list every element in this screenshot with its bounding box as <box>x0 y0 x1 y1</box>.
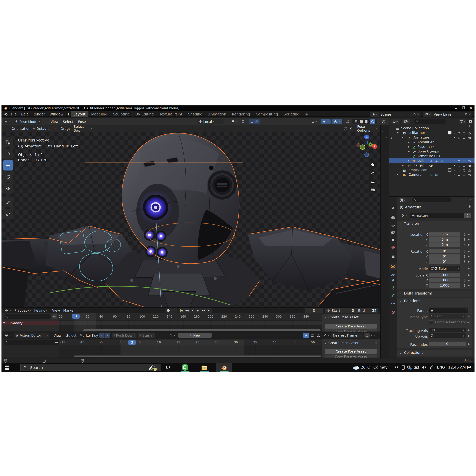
pan-icon[interactable] <box>369 170 377 177</box>
delta-transform-panel[interactable]: › Delta Transform <box>397 291 473 297</box>
gizmo-axis-neg[interactable] <box>360 144 365 150</box>
jump-end-button[interactable]: ▶| <box>206 308 212 313</box>
unlink-scene-icon[interactable]: ✕ <box>417 113 419 116</box>
transform-value-field[interactable]: 0° <box>429 249 460 254</box>
select-box-tool[interactable] <box>3 137 13 147</box>
pen-icon[interactable] <box>429 365 434 370</box>
camera-toggle[interactable] <box>468 136 471 140</box>
properties-tab[interactable] <box>389 300 397 306</box>
object-name-field[interactable]: Armature <box>410 213 464 218</box>
lock-icon[interactable] <box>463 254 466 258</box>
file-explorer-icon[interactable] <box>201 365 207 370</box>
animate-dot[interactable] <box>468 280 470 281</box>
gizmo-axis-y[interactable]: Y <box>369 142 373 147</box>
outliner-filter-button[interactable]: ∨ <box>459 119 466 124</box>
editor-type-button[interactable]: ∨ <box>3 119 12 124</box>
mode-selector[interactable]: Pose Mode∨ <box>13 119 41 124</box>
current-frame-badge[interactable]: 3 <box>72 314 80 319</box>
tweak-select-button[interactable] <box>303 333 309 338</box>
animate-dot[interactable] <box>468 239 470 240</box>
cursor-tool[interactable] <box>3 149 13 159</box>
eye-toggle[interactable] <box>458 168 461 172</box>
play-reverse-button[interactable]: ◀ <box>190 308 195 313</box>
grid-view-icon[interactable] <box>369 186 377 194</box>
transform-value-field[interactable]: 0 m <box>429 232 460 237</box>
animate-dot[interactable] <box>468 268 470 270</box>
pointer-toggle[interactable] <box>453 173 456 177</box>
phone-link-icon[interactable] <box>401 365 405 370</box>
timeline-menu-keying[interactable]: Keying ∨ <box>34 308 47 313</box>
dopesheet-menu-key[interactable]: Key <box>92 333 98 338</box>
camera-toggle[interactable] <box>468 131 471 135</box>
properties-context-menu[interactable]: ∨ <box>399 197 407 202</box>
lock-icon[interactable] <box>463 273 466 277</box>
workspace-tab-texture-paint[interactable]: Texture Paint <box>157 111 185 117</box>
workspace-tab-layout[interactable]: Layout <box>71 111 88 117</box>
outliner-search-input[interactable] <box>414 119 446 124</box>
parent-field[interactable] <box>429 307 468 313</box>
lock-icon[interactable] <box>463 242 466 247</box>
camera-toggle[interactable] <box>468 173 471 177</box>
action-center-icon[interactable] <box>466 365 471 370</box>
new-action-button[interactable]: ＋New <box>178 333 212 338</box>
proportional-edit-button[interactable] <box>241 119 247 124</box>
timeline-menu-playback[interactable]: Playback ∨ <box>15 308 31 313</box>
lock-icon[interactable] <box>463 283 466 287</box>
collapse-icon[interactable]: ∨ <box>400 300 401 303</box>
eye-toggle[interactable] <box>458 131 461 135</box>
move-channel-down-button[interactable]: ▼ <box>99 333 104 338</box>
panel-grip-icon[interactable]: ⠿ <box>467 351 470 355</box>
dopesheet-editor-type[interactable]: ∨ <box>3 333 13 338</box>
minimize-button[interactable]: – <box>455 106 457 110</box>
language-label[interactable]: ENG <box>437 365 445 370</box>
play-button[interactable]: ▶ <box>195 308 201 313</box>
animate-dot[interactable] <box>468 285 470 286</box>
add-workspace-button[interactable]: + <box>302 111 311 117</box>
shading-mode-buttons[interactable] <box>352 119 377 124</box>
scene-selector[interactable]: ∨ Scene ⧉ ✕ <box>370 112 421 117</box>
taskbar-search-input[interactable]: Search <box>20 364 160 371</box>
frame-end-field[interactable]: End32 <box>356 308 378 313</box>
pointer-toggle[interactable] <box>453 159 456 163</box>
properties-tab[interactable] <box>389 214 397 221</box>
stash-button[interactable]: ✳Stash <box>137 333 155 338</box>
create-pose-asset-button[interactable]: Create Pose Asset <box>325 324 377 329</box>
collapse-icon[interactable]: ∨ <box>400 351 401 354</box>
transform-panel-title[interactable]: Transform <box>404 221 422 225</box>
dopesheet-h-scrollbar[interactable] <box>74 356 321 357</box>
lock-icon[interactable] <box>463 232 466 236</box>
dopesheet-menu-marker[interactable]: Marker <box>80 333 91 338</box>
workspace-tab-sculpting[interactable]: Sculpting <box>110 111 133 117</box>
title-bar[interactable]: Blender* [F:\CGtrader\scifi arrmor\cgtra… <box>1 105 475 111</box>
view-layer-icon[interactable]: ∨ <box>423 112 432 117</box>
viewport-3d[interactable]: User Perspective (3) Armature : Ctrl_Han… <box>1 132 380 307</box>
outliner-row[interactable]: ▼Armature <box>389 135 475 140</box>
gizmo-axis-z[interactable]: Z <box>364 135 369 139</box>
rotation-mode-dropdown[interactable]: XYZ Euler∨ <box>429 266 460 271</box>
eyeclosed-toggle[interactable] <box>458 164 461 168</box>
up-axis-dropdown[interactable]: Z∨ <box>429 333 466 338</box>
shading-popover-icon[interactable] <box>382 119 386 124</box>
lock-icon[interactable] <box>463 278 466 282</box>
outliner-display-mode[interactable]: ∨ <box>391 119 399 124</box>
gizmo-axis-neg[interactable] <box>364 153 369 157</box>
properties-tab[interactable] <box>389 205 397 211</box>
properties-tab[interactable] <box>389 292 397 298</box>
eye-toggle[interactable] <box>458 136 461 140</box>
outliner-row[interactable]: ▶Animation <box>389 140 475 144</box>
new-scene-icon[interactable]: ⧉ <box>413 113 416 116</box>
pointer-toggle[interactable] <box>453 131 456 135</box>
monitor-toggle[interactable] <box>462 168 466 172</box>
temperature-label[interactable]: 26°C <box>361 365 370 370</box>
weather-icon[interactable] <box>352 365 359 370</box>
viewport-menu-pose[interactable]: Pose <box>78 119 86 124</box>
sync-icon[interactable] <box>407 365 412 370</box>
dopesheet-mode-dropdown[interactable]: Action Editor∨ <box>14 333 50 338</box>
outliner-row[interactable]: ▶cs_grp24 <box>389 163 475 168</box>
action-browse-dropdown[interactable]: ∨ <box>168 333 177 338</box>
transform-value-field[interactable]: 1.000 <box>429 283 460 288</box>
lock-icon[interactable] <box>463 237 466 241</box>
timeline-ruler[interactable] <box>59 313 322 320</box>
current-frame-badge[interactable]: 3 <box>128 340 136 345</box>
menu-edit[interactable]: Edit <box>19 111 30 117</box>
